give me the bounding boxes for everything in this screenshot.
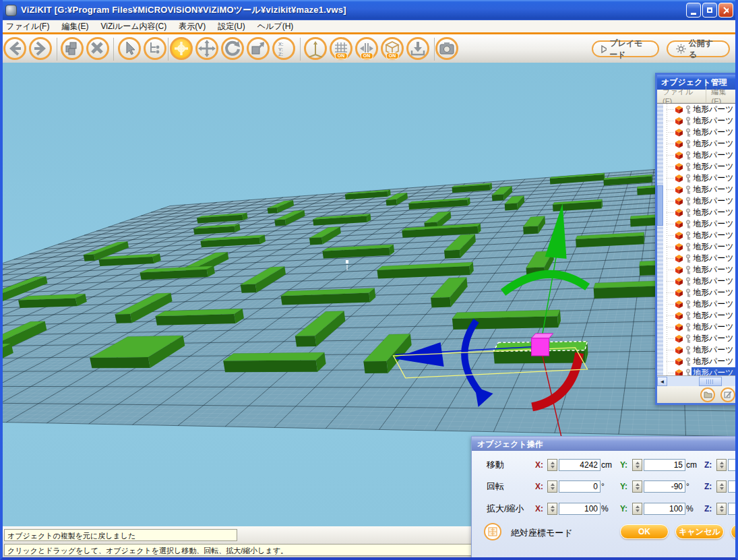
- scroll-left-arrow[interactable]: ◄: [657, 377, 667, 386]
- grid-toggle-button[interactable]: ON: [330, 37, 352, 60]
- spinner-y[interactable]: [632, 503, 642, 515]
- value-input-y[interactable]: [644, 480, 685, 493]
- maze-block[interactable]: [223, 352, 326, 372]
- value-input-z[interactable]: [728, 503, 738, 515]
- terrain-part-icon: [675, 311, 683, 320]
- value-input-x[interactable]: [559, 503, 601, 515]
- value-input-x[interactable]: [559, 459, 601, 471]
- tree-item[interactable]: 地形パーツ: [657, 184, 738, 195]
- tree-item[interactable]: 地形パーツ: [657, 253, 738, 264]
- manager-menu-edit[interactable]: 編集(E): [706, 87, 738, 105]
- rotate-button[interactable]: [221, 37, 244, 60]
- tree-item[interactable]: 地形パーツ: [657, 150, 738, 161]
- tree-item[interactable]: 地形パーツ: [657, 333, 738, 344]
- tree-item[interactable]: 地形パーツ: [657, 356, 738, 367]
- close-button[interactable]: [718, 3, 733, 18]
- move-select-button[interactable]: [170, 37, 193, 60]
- terrain-part-icon: [675, 197, 683, 206]
- menu-item-5[interactable]: ヘルプ(H): [251, 20, 300, 33]
- tree-item[interactable]: 地形パーツ: [657, 115, 738, 127]
- spinner-x[interactable]: [547, 503, 557, 515]
- value-input-z[interactable]: [728, 459, 738, 471]
- gizmo-handle[interactable]: [532, 338, 549, 356]
- back-button[interactable]: [3, 37, 26, 60]
- box-toggle-button[interactable]: ON: [381, 37, 404, 60]
- apply-button-clipped[interactable]: [731, 524, 738, 539]
- coordinate-mode-icon[interactable]: [484, 523, 501, 540]
- delete-button[interactable]: [86, 37, 109, 60]
- tree-item[interactable]: 地形パーツ: [657, 173, 738, 184]
- tree-item[interactable]: 地形パーツ: [657, 367, 738, 375]
- tree-item[interactable]: 地形パーツ: [657, 276, 738, 287]
- tree-item[interactable]: 地形パーツ: [657, 161, 738, 173]
- numeric-xyz-button[interactable]: X:Y:Z:: [272, 37, 295, 60]
- tree-item[interactable]: 地形パーツ: [657, 218, 738, 230]
- menu-item-1[interactable]: 編集(E): [55, 20, 94, 33]
- scrollbar-thumb[interactable]: [699, 377, 722, 386]
- scale-button[interactable]: [247, 37, 270, 60]
- value-input-y[interactable]: [644, 459, 685, 471]
- tree-item[interactable]: 地形パーツ: [657, 207, 738, 218]
- tree-item[interactable]: 地形パーツ: [657, 195, 738, 207]
- spinner-z[interactable]: [716, 503, 727, 515]
- move-button[interactable]: [195, 37, 218, 60]
- tree-item[interactable]: 地形パーツ: [657, 138, 738, 150]
- restore-button[interactable]: [702, 3, 717, 18]
- maze-block[interactable]: [156, 309, 244, 325]
- tree-item[interactable]: 地形パーツ: [657, 287, 738, 299]
- tree-item[interactable]: 地形パーツ: [657, 344, 738, 356]
- minimize-button[interactable]: [686, 3, 701, 18]
- spinner-x[interactable]: [547, 480, 557, 493]
- duplicate-button[interactable]: [61, 37, 84, 60]
- tree-item[interactable]: 地形パーツ: [657, 127, 738, 138]
- menu-item-3[interactable]: 表示(V): [173, 20, 212, 33]
- menu-item-4[interactable]: 設定(U): [212, 20, 251, 33]
- cancel-button[interactable]: キャンセル: [675, 524, 724, 539]
- spinner-z[interactable]: [716, 459, 727, 471]
- scale-marker: [346, 260, 348, 263]
- spinner-y[interactable]: [632, 459, 642, 471]
- manager-menu-file[interactable]: ファイル(F): [657, 87, 706, 105]
- hierarchy-button[interactable]: [144, 37, 166, 60]
- screenshot-button[interactable]: [435, 37, 458, 60]
- key-icon: [685, 369, 691, 375]
- value-input-x[interactable]: [559, 480, 601, 493]
- tree-item-label: 地形パーツ: [691, 150, 735, 161]
- menu-item-0[interactable]: ファイル(F): [0, 20, 55, 33]
- spinner-z[interactable]: [716, 480, 727, 493]
- drop-button[interactable]: [406, 37, 429, 60]
- rotate-icon: [224, 40, 241, 57]
- tree-branch: [667, 178, 673, 179]
- tree-item[interactable]: 地形パーツ: [657, 299, 738, 310]
- select-button[interactable]: [118, 37, 141, 60]
- tree-item[interactable]: 地形パーツ: [657, 310, 738, 321]
- menu-item-2[interactable]: ViZiルーム内容(C): [94, 20, 173, 33]
- on-badge: ON: [386, 53, 399, 59]
- publish-button[interactable]: 公開する: [667, 40, 730, 57]
- forward-button[interactable]: [29, 37, 52, 60]
- numeric-xyz-icon: X:Y:Z:: [275, 40, 293, 57]
- spinner-y[interactable]: [632, 480, 642, 493]
- spinner-x[interactable]: [547, 459, 557, 471]
- edit-button[interactable]: [720, 387, 735, 402]
- tree-item[interactable]: 地形パーツ: [657, 264, 738, 276]
- tree-item[interactable]: 地形パーツ: [657, 241, 738, 253]
- terrain-part-icon: [675, 231, 683, 240]
- axis-view-button[interactable]: [304, 37, 327, 60]
- ok-button[interactable]: OK: [620, 524, 669, 539]
- maze-block[interactable]: [18, 294, 87, 308]
- snap-toggle-button[interactable]: ON: [355, 37, 378, 60]
- folder-button[interactable]: [700, 387, 715, 402]
- value-input-z[interactable]: [728, 480, 738, 493]
- tree-item[interactable]: 地形パーツ: [657, 230, 738, 241]
- tree-branch: [667, 338, 673, 339]
- screenshot-icon: [438, 40, 456, 57]
- tree-item[interactable]: 地形パーツ: [657, 104, 738, 115]
- object-manager-footer: [657, 386, 738, 403]
- play-mode-button[interactable]: プレイモード: [592, 40, 659, 57]
- terrain-part-icon: [675, 162, 683, 171]
- tree-horizontal-scrollbar[interactable]: ◄: [657, 375, 738, 386]
- value-input-y[interactable]: [644, 503, 685, 515]
- tree-item-label: 地形パーツ: [691, 138, 735, 150]
- tree-item[interactable]: 地形パーツ: [657, 321, 738, 333]
